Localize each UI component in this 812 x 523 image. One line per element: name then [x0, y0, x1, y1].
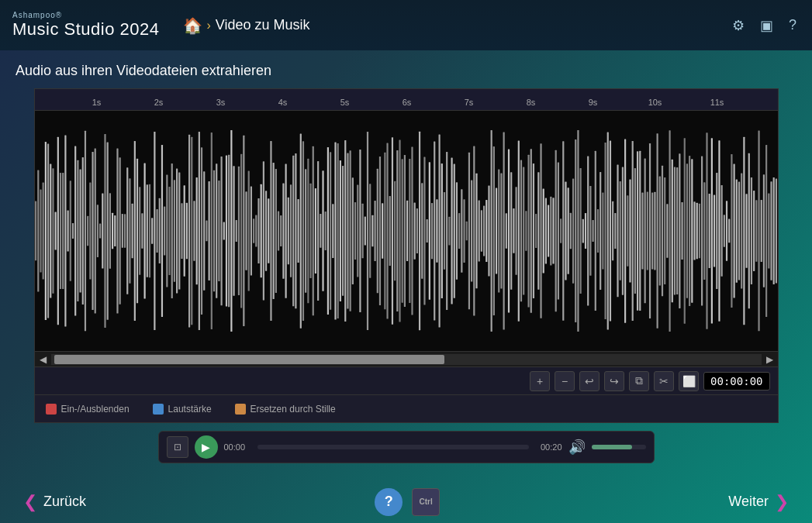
svg-rect-153 [413, 202, 415, 259]
svg-rect-161 [434, 142, 435, 321]
svg-rect-279 [725, 201, 727, 261]
svg-rect-217 [572, 178, 573, 283]
back-button[interactable]: ❮ Zurück [23, 492, 86, 512]
home-icon[interactable]: 🏠 [183, 16, 202, 35]
keyboard-shortcut-button[interactable]: Ctrl [412, 488, 440, 516]
svg-rect-20 [84, 131, 85, 332]
svg-rect-124 [341, 166, 343, 296]
svg-rect-221 [582, 219, 583, 243]
svg-rect-166 [446, 152, 447, 310]
svg-rect-146 [396, 150, 398, 311]
svg-rect-206 [544, 198, 546, 264]
volume-effect-button[interactable]: Lautstärke [153, 404, 212, 415]
svg-rect-125 [344, 140, 346, 322]
ruler-tick: 2s [154, 98, 164, 107]
svg-rect-254 [664, 177, 665, 284]
svg-rect-231 [606, 132, 608, 330]
svg-rect-234 [614, 213, 616, 249]
svg-rect-101 [285, 163, 286, 298]
volume-icon[interactable]: 🔊 [568, 439, 586, 456]
breadcrumb-arrow-icon: › [207, 19, 211, 33]
svg-rect-132 [361, 204, 363, 258]
svg-rect-121 [334, 143, 336, 320]
app-logo: Ashampoo® Music Studio 2024 [12, 11, 160, 40]
paste-button[interactable]: ⬜ [679, 371, 699, 391]
ruler-tick: 6s [403, 98, 412, 107]
help-header-icon[interactable]: ? [786, 14, 800, 36]
svg-rect-106 [297, 199, 299, 263]
svg-rect-232 [609, 141, 610, 322]
svg-rect-210 [555, 150, 556, 311]
time-display: 00:00:00 [703, 372, 769, 391]
svg-rect-100 [282, 183, 284, 278]
next-button[interactable]: Weiter ❯ [728, 492, 789, 512]
svg-rect-167 [448, 217, 450, 246]
svg-rect-185 [492, 146, 494, 315]
svg-rect-191 [507, 150, 509, 313]
svg-rect-267 [696, 203, 697, 260]
svg-rect-280 [728, 219, 730, 243]
waveform-display[interactable] [35, 111, 778, 351]
svg-rect-243 [636, 151, 638, 311]
svg-rect-98 [277, 212, 278, 251]
svg-rect-200 [530, 149, 531, 313]
svg-rect-28 [104, 134, 105, 328]
svg-rect-236 [619, 181, 620, 280]
svg-rect-183 [488, 186, 489, 277]
svg-rect-72 [213, 170, 214, 291]
window-icon[interactable]: ▣ [757, 14, 776, 37]
undo-button[interactable]: ↩ [579, 371, 599, 391]
zoom-in-button[interactable]: + [530, 371, 550, 391]
fade-button[interactable]: Ein-/Ausblenden [46, 404, 130, 415]
svg-rect-39 [131, 204, 133, 259]
svg-rect-89 [255, 215, 257, 246]
redo-button[interactable]: ↪ [604, 371, 624, 391]
svg-rect-122 [337, 143, 338, 318]
svg-rect-174 [465, 222, 467, 240]
svg-rect-277 [720, 185, 722, 277]
ruler-tick: 11s [710, 98, 724, 107]
svg-rect-269 [701, 156, 703, 305]
svg-rect-62 [188, 135, 189, 328]
settings-icon[interactable]: ⚙ [729, 14, 748, 37]
svg-rect-226 [594, 151, 596, 311]
play-button[interactable]: ▶ [195, 435, 218, 459]
svg-rect-223 [587, 157, 589, 306]
svg-rect-192 [510, 172, 512, 290]
cut-button[interactable]: ✂ [654, 371, 674, 391]
fit-button[interactable]: ⊡ [167, 436, 188, 458]
svg-rect-40 [133, 141, 135, 321]
ruler-tick: 5s [340, 98, 350, 107]
svg-rect-179 [478, 201, 479, 262]
effects-row: Ein-/Ausblenden Lautstärke Ersetzen durc… [35, 394, 778, 422]
svg-rect-113 [314, 188, 316, 274]
copy-button[interactable]: ⧉ [629, 371, 649, 391]
svg-rect-141 [384, 153, 385, 310]
svg-rect-135 [369, 184, 371, 277]
svg-rect-202 [535, 214, 537, 248]
svg-rect-271 [706, 132, 707, 329]
help-button[interactable]: ? [375, 488, 403, 516]
volume-track[interactable] [592, 445, 646, 449]
scroll-right-button[interactable]: ▶ [762, 354, 778, 365]
svg-rect-289 [750, 177, 752, 284]
silence-button[interactable]: Ersetzen durch Stille [235, 404, 336, 415]
svg-rect-298 [772, 177, 774, 284]
zoom-out-button[interactable]: − [555, 371, 575, 391]
svg-rect-73 [216, 163, 217, 298]
svg-rect-19 [81, 157, 83, 305]
svg-rect-36 [123, 214, 125, 247]
svg-rect-169 [453, 163, 454, 298]
svg-rect-286 [743, 137, 745, 325]
svg-rect-118 [327, 147, 328, 315]
svg-rect-151 [409, 159, 410, 303]
scroll-thumb[interactable] [54, 355, 445, 364]
svg-rect-255 [666, 204, 668, 258]
svg-rect-177 [473, 146, 475, 315]
svg-rect-211 [557, 163, 558, 300]
svg-rect-4 [44, 142, 46, 320]
scroll-track[interactable] [51, 354, 762, 365]
svg-rect-67 [200, 147, 202, 315]
progress-track[interactable] [257, 445, 529, 449]
scroll-left-button[interactable]: ◀ [35, 354, 51, 365]
